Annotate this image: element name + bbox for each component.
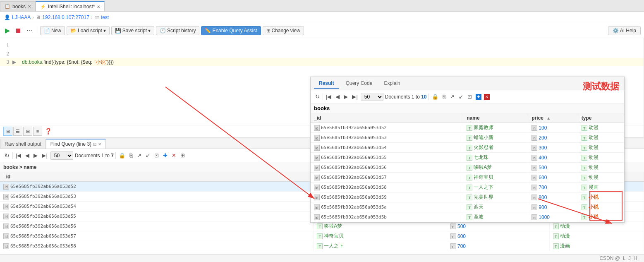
save-script-button[interactable]: 💾 Save script ▾ bbox=[111, 26, 154, 35]
rp-sep1 bbox=[323, 94, 323, 100]
cell-id: id 65e5685fb392ab656a053d52 bbox=[0, 182, 314, 192]
stop-button[interactable]: ⏹ bbox=[13, 26, 23, 35]
books-tab-label: books bbox=[12, 4, 26, 10]
find-query-tab[interactable]: Find Query (line 3) ⊡ ✕ bbox=[46, 139, 106, 149]
rp-last-btn[interactable]: ▶| bbox=[351, 93, 359, 100]
rp-cell-type: T 动漫 bbox=[578, 133, 624, 143]
tab-intellishell[interactable]: ⚡ IntelliShell: localhost* ✕ bbox=[36, 1, 105, 11]
cell-type: T 漫画 bbox=[549, 241, 644, 251]
rp-col-price[interactable]: price ▲ bbox=[528, 113, 578, 123]
help-icon[interactable]: ❓ bbox=[45, 128, 52, 135]
tree-view-icon[interactable]: ⊟ bbox=[23, 127, 32, 136]
rp-cell-type: T 小说 bbox=[578, 202, 624, 212]
rp-cell-name: T 完美世界 bbox=[463, 192, 528, 202]
rp-cell-name: T 火影忍者 bbox=[463, 143, 528, 153]
enable-query-assist-button[interactable]: ✏️ Enable Query Assist bbox=[201, 26, 261, 35]
rp-next-btn[interactable]: ▶ bbox=[342, 93, 349, 100]
table-view-icon[interactable]: ⊞ bbox=[3, 127, 12, 136]
table-row[interactable]: id 65e5685fb392ab656a053d57 T 神奇宝贝 n 600… bbox=[0, 231, 644, 241]
table-row[interactable]: id 65e5685fb392ab656a053d57 T 神奇宝贝 n 600… bbox=[311, 173, 624, 183]
load-script-button[interactable]: 📂 Load script ▾ bbox=[67, 26, 110, 35]
rp-import-btn[interactable]: ↙ bbox=[457, 93, 464, 100]
right-panel: Result Query Code Explain 测试数据 ↻ |◀ ◀ ▶ … bbox=[310, 77, 625, 223]
delete-row-btn[interactable]: ✕ bbox=[170, 149, 177, 162]
run-button[interactable]: ▶ bbox=[3, 26, 12, 35]
result-tab[interactable]: Result bbox=[314, 79, 339, 89]
rp-first-btn[interactable]: |◀ bbox=[325, 93, 333, 100]
first-page-btn[interactable]: |◀ bbox=[14, 149, 22, 162]
rp-add-btn[interactable]: ✚ bbox=[476, 94, 481, 100]
import-btn[interactable]: ↙ bbox=[144, 149, 151, 162]
table-row[interactable]: id 65e5685fb392ab656a053d5a T 遮天 n 900 T… bbox=[311, 202, 624, 212]
table-row[interactable]: id 65e5685fb392ab656a053d54 T 火影忍者 n 300… bbox=[311, 143, 624, 153]
table-row[interactable]: id 65e5685fb392ab656a053d5b T 圣墟 n 1000 … bbox=[311, 212, 624, 222]
table-row[interactable]: id 65e5685fb392ab656a053d52 T 家庭教师 n 100… bbox=[311, 123, 624, 133]
expand-btn[interactable]: ⊞ bbox=[179, 149, 186, 162]
raw-shell-tab[interactable]: Raw shell output bbox=[0, 139, 46, 149]
rp-sep2 bbox=[429, 94, 429, 100]
explain-tab[interactable]: Explain bbox=[379, 79, 405, 89]
intellishell-tab-close[interactable]: ✕ bbox=[97, 5, 100, 9]
tab-books[interactable]: 📋 books ✕ bbox=[0, 1, 36, 11]
change-view-icon: ⊞ bbox=[266, 28, 271, 34]
table-row[interactable]: id 65e5685fb392ab656a053d56 T 哆啦A梦 n 500… bbox=[0, 221, 644, 231]
add-row-btn[interactable]: ✚ bbox=[162, 149, 169, 162]
rp-del-btn[interactable]: ✕ bbox=[484, 94, 490, 100]
cell-price: n 700 bbox=[447, 241, 549, 251]
text-view-icon[interactable]: ≡ bbox=[33, 127, 42, 136]
run-all-button[interactable]: ⋯ bbox=[25, 26, 34, 35]
next-page-btn[interactable]: ▶ bbox=[32, 149, 39, 162]
rp-col-type[interactable]: type bbox=[578, 113, 624, 123]
rp-export-btn[interactable]: ↗ bbox=[449, 93, 456, 100]
query-code-tab[interactable]: Query Code bbox=[341, 79, 378, 89]
rp-refresh-btn[interactable]: ↻ bbox=[314, 93, 321, 100]
find-query-close-icon[interactable]: ✕ bbox=[98, 142, 101, 147]
rp-filter-btn[interactable]: ⊡ bbox=[466, 93, 473, 100]
breadcrumb-user[interactable]: LJHAAA bbox=[12, 14, 31, 20]
list-view-icon[interactable]: ☰ bbox=[13, 127, 22, 136]
separator-1 bbox=[37, 26, 37, 35]
rp-col-id[interactable]: _id bbox=[311, 113, 463, 123]
change-view-button[interactable]: ⊞ Change view bbox=[263, 26, 304, 35]
copy-btn[interactable]: ⎘ bbox=[128, 149, 134, 162]
books-tab-close[interactable]: ✕ bbox=[28, 4, 31, 9]
code-line-1: 1 bbox=[0, 41, 644, 50]
table-row[interactable]: id 65e5685fb392ab656a053d56 T 哆啦A梦 n 500… bbox=[311, 163, 624, 173]
rp-prev-btn[interactable]: ◀ bbox=[334, 93, 341, 100]
script-history-button[interactable]: 🕐 Script history bbox=[156, 26, 199, 35]
table-row[interactable]: id 65e5685fb392ab656a053d58 T 一人之下 n 700… bbox=[311, 183, 624, 192]
breadcrumb-server[interactable]: 192.168.0.107:27017 bbox=[42, 14, 89, 20]
export-btn[interactable]: ↗ bbox=[136, 149, 143, 162]
table-row[interactable]: id 65e5685fb392ab656a053d55 T 七龙珠 n 400 … bbox=[311, 153, 624, 163]
rp-copy-btn[interactable]: ⎘ bbox=[441, 93, 447, 100]
last-page-btn[interactable]: ▶| bbox=[41, 149, 48, 162]
table-row[interactable]: id 65e5685fb392ab656a053d53 T 蜡笔小新 n 200… bbox=[311, 133, 624, 143]
rp-cell-id: id 65e5685fb392ab656a053d52 bbox=[311, 123, 463, 133]
breadcrumb-db[interactable]: test bbox=[101, 14, 109, 20]
filter-btn[interactable]: ⊡ bbox=[153, 149, 160, 162]
history-icon: 🕐 bbox=[160, 28, 166, 34]
refresh-btn[interactable]: ↻ bbox=[3, 149, 11, 162]
rp-cell-type: T 漫画 bbox=[578, 183, 624, 192]
ai-help-button[interactable]: ⚙️ AI Help bbox=[608, 26, 641, 35]
rp-cell-name: T 家庭教师 bbox=[463, 123, 528, 133]
nav-sep bbox=[12, 152, 13, 159]
rp-cell-id: id 65e5685fb392ab656a053d5a bbox=[311, 202, 463, 212]
new-button[interactable]: 📄 New bbox=[40, 26, 65, 35]
doc-range-text: Documents 1 to 7 bbox=[75, 153, 114, 159]
find-query-detach-icon[interactable]: ⊡ bbox=[93, 142, 96, 147]
table-row[interactable]: id 65e5685fb392ab656a053d58 T 一人之下 n 700… bbox=[0, 241, 644, 251]
watermark-text: 测试数据 bbox=[583, 80, 619, 93]
prev-page-btn[interactable]: ◀ bbox=[24, 149, 31, 162]
rp-lock-btn[interactable]: 🔒 bbox=[431, 93, 440, 100]
rp-cell-id: id 65e5685fb392ab656a053d58 bbox=[311, 183, 463, 192]
col-id[interactable]: _id bbox=[0, 172, 314, 182]
query-assist-icon: ✏️ bbox=[205, 28, 211, 34]
rp-page-size-select[interactable]: 50 20 100 bbox=[361, 93, 383, 101]
table-row[interactable]: id 65e5685fb392ab656a053d59 T 完美世界 n 800… bbox=[311, 192, 624, 202]
page-size-select[interactable]: 50 20 100 bbox=[50, 151, 73, 160]
lock-btn[interactable]: 🔒 bbox=[117, 149, 127, 162]
rp-col-name[interactable]: name bbox=[463, 113, 528, 123]
rp-table-container: _id name price ▲ type id 65e5685fb392ab6… bbox=[311, 113, 624, 222]
rp-cell-name: T 遮天 bbox=[463, 202, 528, 212]
